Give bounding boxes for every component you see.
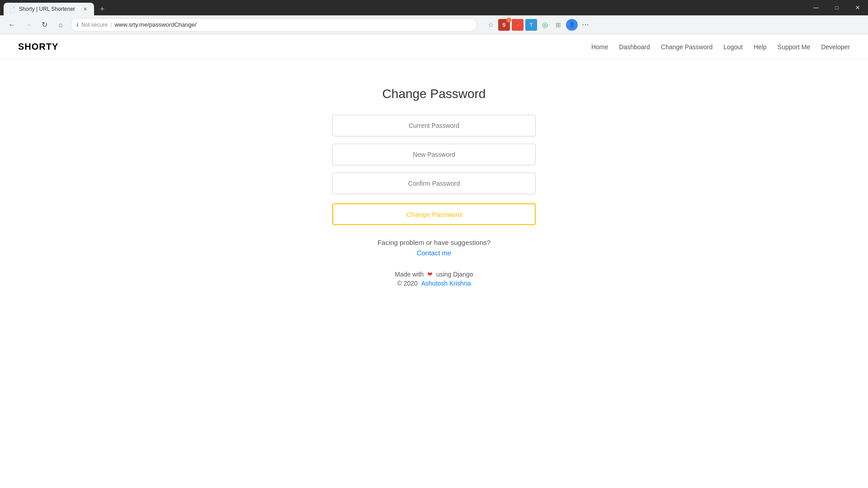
navbar-nav: Home Dashboard Change Password Logout He… (591, 43, 850, 51)
extension-icon-4[interactable]: ◎ (539, 19, 551, 31)
footer-author-link[interactable]: Ashutosh Krishna (421, 280, 471, 287)
security-icon: ℹ (76, 22, 79, 28)
window-minimize-button[interactable]: — (806, 0, 826, 15)
nav-link-logout[interactable]: Logout (723, 43, 743, 51)
nav-link-home[interactable]: Home (591, 43, 608, 51)
navbar: SHORTY Home Dashboard Change Password Lo… (0, 34, 868, 60)
nav-link-help[interactable]: Help (754, 43, 767, 51)
back-button[interactable]: ← (5, 19, 18, 31)
new-tab-button[interactable]: + (96, 3, 108, 15)
forward-button[interactable]: → (22, 19, 34, 31)
tab-close-icon[interactable]: ✕ (81, 5, 89, 13)
nav-link-developer[interactable]: Developer (821, 43, 850, 51)
nav-link-support-me[interactable]: Support Me (778, 43, 810, 51)
nav-link-change-password[interactable]: Change Password (661, 43, 712, 51)
contact-link[interactable]: Contact me (417, 249, 452, 257)
main-content: Change Password Change Password Facing p… (0, 60, 868, 305)
not-secure-label: Not secure (81, 22, 108, 28)
change-password-form: Change Password (332, 115, 536, 225)
browser-tab-active[interactable]: 📄 Shorty | URL Shortener ✕ (4, 3, 94, 15)
change-password-button[interactable]: Change Password (332, 203, 536, 225)
star-icon[interactable]: ☆ (485, 19, 496, 31)
problem-text: Facing problem or have suggestions? (377, 239, 491, 246)
heart-icon: ❤ (427, 271, 433, 278)
address-url: www.srty.me/passwordChange/ (114, 21, 196, 28)
window-close-button[interactable]: ✕ (847, 0, 868, 15)
window-maximize-button[interactable]: □ (826, 0, 847, 15)
extension-icon-3[interactable]: T (525, 19, 537, 31)
new-password-input[interactable] (332, 144, 536, 165)
footer-section: Made with ❤ using Django © 2020 Ashutosh… (395, 271, 473, 287)
address-separator: | (110, 21, 112, 28)
nav-link-dashboard[interactable]: Dashboard (619, 43, 650, 51)
address-bar[interactable]: ℹ Not secure | www.srty.me/passwordChang… (71, 18, 477, 32)
current-password-input[interactable] (332, 115, 536, 136)
page-title: Change Password (382, 87, 486, 101)
profile-icon[interactable]: 👤 (566, 19, 578, 31)
confirm-password-input[interactable] (332, 173, 536, 194)
extension-icon-1[interactable]: S 1 (498, 19, 510, 31)
tab-favicon-icon: 📄 (9, 6, 15, 12)
footer-copyright: © 2020 Ashutosh Krishna (395, 280, 473, 287)
home-button[interactable]: ⌂ (54, 19, 67, 31)
bookmark-icon[interactable]: ⊞ (552, 19, 564, 31)
menu-icon[interactable]: ⋯ (580, 19, 591, 31)
tab-title: Shorty | URL Shortener (19, 6, 75, 12)
extension-icon-2[interactable]: 🔖 (512, 19, 524, 31)
footer-made-with: Made with ❤ using Django (395, 271, 473, 278)
reload-button[interactable]: ↻ (38, 19, 51, 31)
app-container: SHORTY Home Dashboard Change Password Lo… (0, 34, 868, 488)
navbar-brand[interactable]: SHORTY (18, 42, 58, 52)
contact-section: Facing problem or have suggestions? Cont… (377, 239, 491, 257)
